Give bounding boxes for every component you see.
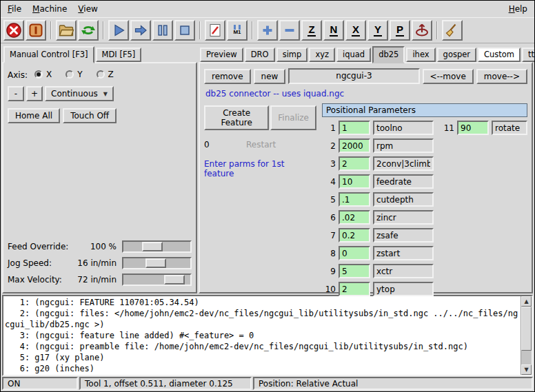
tab-gosper[interactable]: gosper: [437, 48, 476, 62]
menu-machine[interactable]: Machine: [27, 2, 72, 16]
jog-mode-dropdown[interactable]: Continuous ▼: [45, 86, 114, 101]
home-all-button[interactable]: Home All: [8, 108, 60, 123]
tab-mdi[interactable]: MDI [F5]: [96, 48, 142, 62]
open-file-button[interactable]: [56, 20, 77, 41]
jog-minus-button[interactable]: -: [8, 86, 24, 101]
jog-plus-button[interactable]: +: [26, 86, 43, 101]
new-tab-button[interactable]: new: [254, 69, 286, 84]
param-value-input[interactable]: [339, 156, 370, 171]
tab-custom[interactable]: Custom: [478, 48, 521, 62]
param-value-input[interactable]: [339, 174, 370, 189]
menu-help[interactable]: Help: [503, 2, 533, 16]
menu-file[interactable]: File: [2, 2, 27, 16]
param-number: 3: [322, 159, 336, 169]
axis-y-radio[interactable]: Y: [65, 70, 82, 79]
pause-button[interactable]: [152, 20, 173, 41]
param-name-input[interactable]: [373, 228, 434, 243]
scroll-down-arrow-icon[interactable]: ▼: [521, 364, 532, 375]
zoom-in-button[interactable]: [257, 20, 278, 41]
scrollbar-thumb[interactable]: [521, 307, 532, 351]
gcode-log-area[interactable]: 1: (ngcgui: FEATURE 110701:05.34.54) 2: …: [2, 295, 533, 376]
param-name-input[interactable]: [373, 138, 434, 153]
step-button[interactable]: [130, 20, 151, 41]
param-value-input[interactable]: [339, 210, 370, 225]
move-left-button[interactable]: <--move: [423, 69, 474, 84]
touch-off-button[interactable]: Touch Off: [63, 108, 117, 123]
menubar: FileMachineView Help: [1, 1, 534, 17]
machine-power-button[interactable]: [26, 20, 46, 41]
jog-mode-value: Continuous: [51, 89, 98, 99]
param-name-input[interactable]: [373, 156, 434, 171]
param-name-input[interactable]: [373, 264, 434, 278]
move-right-button[interactable]: move-->: [476, 69, 527, 84]
remove-tab-button[interactable]: remove: [204, 69, 251, 84]
view-y-button[interactable]: Y: [367, 20, 388, 41]
toolbar-separator: [252, 21, 253, 39]
tab-simp[interactable]: simp: [276, 48, 308, 62]
max-velocity-slider-handle[interactable]: [164, 275, 185, 285]
manual-control-panel: Manual Control [F3]MDI [F5] Axis: XYZ - …: [2, 45, 197, 293]
param-name-input[interactable]: [492, 121, 527, 135]
view-perspective-button[interactable]: P: [390, 20, 410, 41]
param-number: 11: [436, 123, 454, 133]
ngcgui-body: remove new ngcgui-3 <--move move--> db25…: [199, 62, 533, 293]
zoom-out-button[interactable]: [279, 20, 300, 41]
clear-plot-button[interactable]: [442, 20, 463, 41]
tab-xyz[interactable]: xyz: [309, 48, 335, 62]
param-name-input[interactable]: [373, 246, 434, 260]
scrollbar-track[interactable]: [521, 307, 532, 364]
tab-dro[interactable]: DRO: [245, 48, 275, 62]
tab-db25[interactable]: db25: [372, 46, 405, 63]
view-z-button[interactable]: Z: [301, 20, 322, 41]
restart-button[interactable]: Restart: [239, 137, 283, 152]
param-name-input[interactable]: [373, 174, 434, 189]
left-tabbar: Manual Control [F3]MDI [F5]: [2, 45, 197, 62]
skip-lines-button[interactable]: [205, 20, 225, 41]
estop-button[interactable]: [3, 20, 24, 41]
reload-file-button[interactable]: [78, 20, 99, 41]
param-number: 9: [322, 267, 336, 276]
scroll-up-arrow-icon[interactable]: ▲: [521, 296, 532, 307]
param-name-input[interactable]: [373, 192, 434, 207]
tab-manual[interactable]: Manual Control [F3]: [3, 46, 94, 63]
param-number: 6: [322, 213, 336, 223]
param-number: 7: [322, 231, 336, 240]
tab-iquad[interactable]: iquad: [336, 48, 371, 62]
feed-override-slider[interactable]: [122, 240, 192, 253]
view-x-button[interactable]: X: [345, 20, 366, 41]
param-value-input[interactable]: [339, 264, 370, 278]
param-value-input[interactable]: [339, 138, 370, 153]
toolbar-separator: [103, 21, 104, 39]
param-name-input[interactable]: [373, 282, 434, 296]
tab-ttt[interactable]: ttt: [522, 48, 535, 62]
jog-speed-slider-handle[interactable]: [145, 258, 166, 268]
param-value-input[interactable]: [339, 246, 370, 260]
tab-name-entry[interactable]: ngcgui-3: [288, 68, 419, 84]
axis-radio-label: X: [46, 70, 52, 79]
menu-view[interactable]: View: [72, 2, 103, 16]
param-number: 5: [322, 195, 336, 205]
tab-ihex[interactable]: ihex: [406, 48, 435, 62]
axis-x-radio[interactable]: X: [34, 70, 52, 79]
param-value-input[interactable]: [339, 192, 370, 207]
param-value-input[interactable]: [339, 121, 370, 135]
optional-pause-button[interactable]: M1: [227, 20, 248, 41]
create-feature-button[interactable]: Create Feature: [204, 105, 269, 130]
param-value-input[interactable]: [339, 228, 370, 243]
param-name-input[interactable]: [373, 210, 434, 225]
run-button[interactable]: [108, 20, 129, 41]
tab-preview[interactable]: Preview: [200, 48, 243, 62]
stop-button[interactable]: [174, 20, 195, 41]
param-value-input[interactable]: [457, 121, 489, 135]
axis-z-radio[interactable]: Z: [97, 70, 114, 79]
right-tabbar: PreviewDROsimpxyziquaddb25ihexgosperCust…: [199, 45, 533, 62]
log-scrollbar[interactable]: ▲ ▼: [521, 296, 532, 375]
max-velocity-slider[interactable]: [122, 274, 192, 286]
param-name-input[interactable]: [373, 121, 434, 135]
jog-speed-slider[interactable]: [122, 257, 192, 269]
finalize-button[interactable]: Finalize: [270, 105, 316, 130]
feed-override-slider-handle[interactable]: [142, 242, 163, 251]
param-value-input[interactable]: [339, 282, 370, 296]
rotate-view-button[interactable]: [412, 20, 432, 41]
view-z2-button[interactable]: N: [323, 20, 344, 41]
